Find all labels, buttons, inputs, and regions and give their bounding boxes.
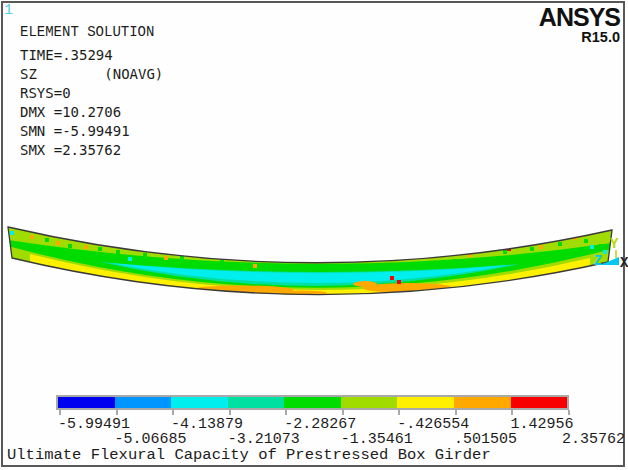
legend-label: 2.35762 [562,431,625,448]
legend-tick [116,410,118,415]
contour-dot [30,235,34,239]
contour-dot [116,250,120,254]
contour-dot [298,264,302,268]
legend-tick [59,410,61,415]
legend-segment [397,397,454,408]
contour-dot [143,253,147,257]
contour-dot [10,231,14,235]
contour-dot [517,241,521,245]
contour-dot [584,239,588,243]
legend-tick [511,410,513,415]
legend-tick [229,410,231,415]
contour-dot [68,244,72,248]
contour-dot [397,280,401,284]
legend-segment [115,397,172,408]
beam-contour-bands [0,218,628,338]
legend-segment [284,397,341,408]
contour-patch-orange [353,281,377,287]
contour-dot [453,259,457,263]
contour-dot [530,247,534,251]
contour-dot [488,245,492,249]
contour-dot [603,250,607,254]
legend-segment [228,397,285,408]
contour-dot [98,247,102,251]
contour-dot [558,242,562,246]
legend-tick [455,410,457,415]
triad-z-label: Z [594,253,602,269]
legend-tick [342,410,344,415]
triad-x-label: X [620,255,628,271]
contour-dot [539,245,543,249]
contour-dot [420,264,424,268]
legend-value-labels: -5.99491-4.13879-2.28267-.4265541.42956-… [58,416,567,446]
contour-dot [130,240,134,244]
legend-segment [58,397,115,408]
contour-dot [599,244,603,248]
contour-dot [84,245,88,249]
contour-dot [590,245,594,249]
contour-dot [253,264,257,268]
legend-tick [285,410,287,415]
legend-tick [172,410,174,415]
legend-color-bar [56,395,569,410]
legend-segment [511,397,568,408]
contour-dot [56,241,60,245]
plot-title: Ultimate Flexural Capacity of Prestresse… [7,446,491,464]
contour-dot [45,238,49,242]
contour-dot [396,267,400,271]
triad-y-label: Y [610,236,619,252]
contour-dot [390,276,394,280]
contour-dot [164,256,168,260]
legend-segment [171,397,228,408]
contour-dot [503,250,507,254]
legend-segment [341,397,398,408]
legend-tick [398,410,400,415]
legend-tick [568,410,570,415]
legend-segment [454,397,511,408]
contour-dot [128,257,132,261]
